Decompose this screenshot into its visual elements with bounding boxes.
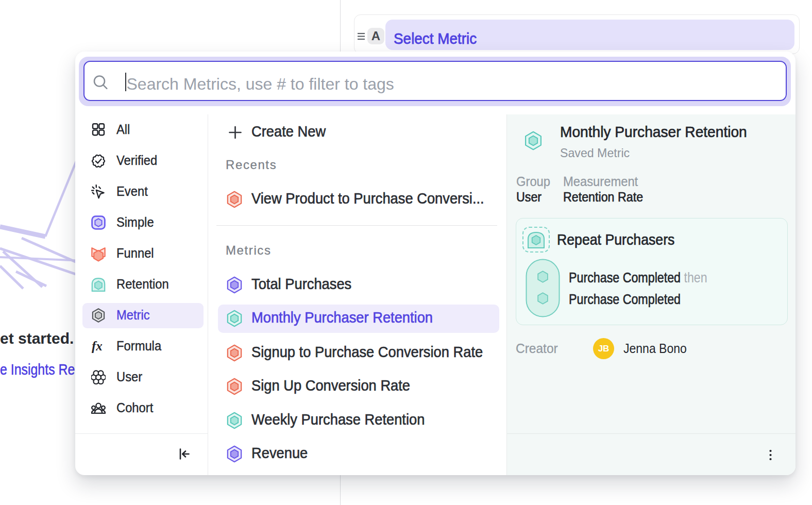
svg-text:fx: fx	[92, 339, 103, 353]
